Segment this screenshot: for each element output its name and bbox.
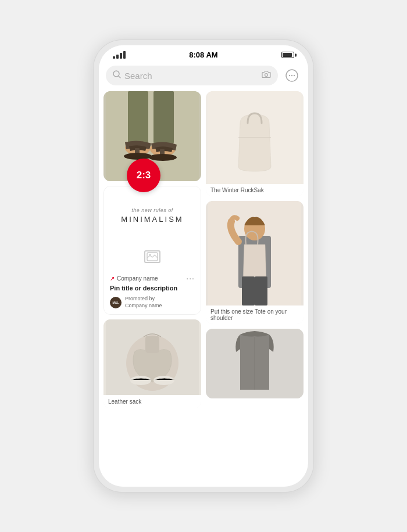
pin-card-vest[interactable]	[206, 329, 304, 398]
svg-point-2	[265, 74, 268, 77]
svg-point-20	[130, 376, 151, 385]
signal-strength	[113, 51, 126, 59]
battery-icon	[281, 52, 294, 58]
pin-title: Pin title or description	[110, 284, 195, 292]
ratio-badge: 2:3	[127, 159, 160, 192]
svg-point-4	[289, 75, 290, 76]
svg-rect-22	[145, 336, 159, 353]
search-bar[interactable]: Search	[106, 66, 278, 85]
svg-line-1	[119, 76, 120, 78]
pin-card-leather[interactable]: Leather sack	[103, 319, 201, 408]
company-row: ↗ Company name	[110, 275, 158, 282]
promoted-row: M&L Promoted by Company name	[110, 296, 195, 309]
tote-image	[206, 201, 304, 305]
signal-bar-4	[123, 51, 126, 59]
avatar-initials: M&L	[113, 301, 119, 304]
status-right-icons	[281, 52, 294, 58]
content-grid: the new rules of MINIMALISM	[99, 89, 308, 477]
minimalism-text: the new rules of MINIMALISM	[104, 186, 201, 245]
signal-bar-3	[120, 53, 122, 59]
phone-screen: 8:08 AM Search	[99, 45, 308, 487]
svg-rect-28	[242, 276, 255, 305]
image-placeholder-icon	[144, 250, 160, 263]
tote-label: Put this one size Tote on your shoulder	[206, 305, 304, 324]
search-placeholder: Search	[124, 71, 258, 81]
dots-menu[interactable]: ···	[186, 274, 195, 283]
signal-bar-1	[113, 56, 115, 59]
card-header-row: ↗ Company name ···	[110, 274, 195, 283]
pin-card-rucksak[interactable]: The Winter RuckSak	[206, 91, 304, 196]
search-icon	[113, 70, 121, 81]
right-column: The Winter RuckSak	[206, 91, 304, 475]
leather-label: Leather sack	[103, 395, 201, 408]
minimalism-subtitle: the new rules of	[131, 207, 173, 213]
battery-fill	[283, 53, 292, 57]
promoted-avatar: M&L	[110, 297, 122, 308]
svg-point-17	[149, 254, 151, 256]
svg-point-21	[153, 376, 174, 385]
pin-card-tote[interactable]: Put this one size Tote on your shoulder	[206, 201, 304, 324]
svg-point-6	[294, 75, 295, 76]
promoted-text: Promoted by Company name	[125, 296, 162, 309]
status-time: 8:08 AM	[189, 51, 217, 59]
chat-icon[interactable]	[283, 66, 301, 85]
company-name-text: Company name	[117, 275, 158, 282]
minimalism-icon-area	[104, 245, 201, 269]
svg-rect-8	[128, 91, 148, 143]
signal-bar-2	[116, 55, 119, 59]
search-bar-container: Search	[99, 62, 308, 89]
phone-frame: 8:08 AM Search	[93, 39, 314, 493]
svg-rect-29	[255, 276, 267, 305]
leather-image	[103, 319, 201, 395]
minimalism-title: MINIMALISM	[121, 215, 183, 224]
pin-card-minimalism[interactable]: the new rules of MINIMALISM	[103, 186, 201, 315]
vest-image	[206, 329, 304, 398]
status-bar: 8:08 AM	[99, 45, 308, 62]
svg-point-15	[149, 154, 177, 161]
left-column: the new rules of MINIMALISM	[103, 91, 201, 475]
camera-icon[interactable]	[262, 70, 271, 81]
svg-point-5	[291, 75, 292, 76]
bag-label: The Winter RuckSak	[206, 184, 304, 196]
pin-card-footer-minimalism: ↗ Company name ··· Pin title or descript…	[104, 269, 201, 314]
bag-image	[206, 91, 304, 184]
promoted-arrow-icon: ↗	[110, 275, 115, 282]
svg-rect-9	[153, 91, 174, 143]
